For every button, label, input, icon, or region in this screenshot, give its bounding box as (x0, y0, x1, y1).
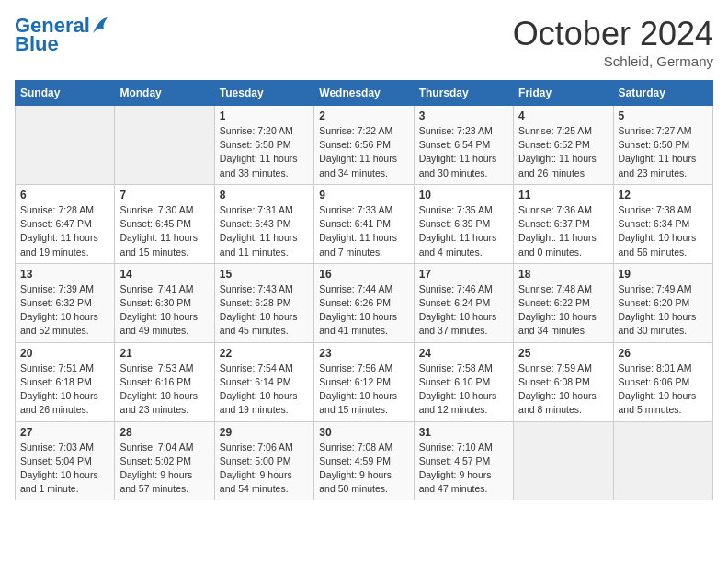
day-info: Sunrise: 7:35 AMSunset: 6:39 PMDaylight:… (419, 204, 497, 258)
day-info: Sunrise: 7:54 AMSunset: 6:14 PMDaylight:… (220, 362, 298, 416)
calendar-day-cell: 11 Sunrise: 7:36 AMSunset: 6:37 PMDaylig… (514, 184, 613, 263)
calendar-day-cell: 28 Sunrise: 7:04 AMSunset: 5:02 PMDaylig… (115, 421, 214, 500)
calendar-day-cell: 30 Sunrise: 7:08 AMSunset: 4:59 PMDaylig… (314, 421, 414, 500)
location-subtitle: Schleid, Germany (513, 53, 713, 69)
day-number: 23 (319, 347, 408, 360)
day-number: 27 (20, 426, 109, 439)
month-year-title: October 2024 (513, 15, 713, 53)
day-info: Sunrise: 7:33 AMSunset: 6:41 PMDaylight:… (319, 204, 397, 258)
day-number: 14 (119, 268, 209, 281)
logo: General Blue (15, 15, 108, 55)
day-info: Sunrise: 7:06 AMSunset: 5:00 PMDaylight:… (220, 442, 293, 495)
calendar-day-cell (16, 106, 115, 185)
day-info: Sunrise: 7:28 AMSunset: 6:47 PMDaylight:… (20, 204, 98, 258)
day-number: 28 (119, 426, 209, 439)
day-info: Sunrise: 7:49 AMSunset: 6:20 PMDaylight:… (619, 283, 697, 337)
title-block: October 2024 Schleid, Germany (513, 15, 713, 69)
day-number: 21 (119, 347, 209, 360)
weekday-header-cell: Sunday (16, 81, 115, 106)
day-number: 3 (419, 109, 508, 122)
weekday-header-cell: Tuesday (214, 81, 313, 106)
calendar-day-cell: 25 Sunrise: 7:59 AMSunset: 6:08 PMDaylig… (514, 342, 613, 421)
calendar-week-row: 6 Sunrise: 7:28 AMSunset: 6:47 PMDayligh… (16, 184, 713, 263)
day-info: Sunrise: 7:41 AMSunset: 6:30 PMDaylight:… (119, 283, 198, 337)
day-info: Sunrise: 7:08 AMSunset: 4:59 PMDaylight:… (319, 442, 392, 495)
calendar-day-cell: 9 Sunrise: 7:33 AMSunset: 6:41 PMDayligh… (314, 184, 414, 263)
day-number: 15 (220, 268, 309, 281)
day-info: Sunrise: 7:25 AMSunset: 6:52 PMDaylight:… (518, 125, 597, 178)
calendar-day-cell: 19 Sunrise: 7:49 AMSunset: 6:20 PMDaylig… (613, 263, 712, 342)
day-number: 19 (619, 268, 708, 281)
weekday-header-row: SundayMondayTuesdayWednesdayThursdayFrid… (16, 81, 713, 106)
calendar-day-cell: 16 Sunrise: 7:44 AMSunset: 6:26 PMDaylig… (314, 263, 414, 342)
day-number: 20 (20, 347, 109, 360)
calendar-week-row: 1 Sunrise: 7:20 AMSunset: 6:58 PMDayligh… (16, 106, 713, 185)
calendar-day-cell (514, 421, 613, 500)
calendar-day-cell: 12 Sunrise: 7:38 AMSunset: 6:34 PMDaylig… (613, 184, 712, 263)
weekday-header-cell: Saturday (613, 81, 712, 106)
day-info: Sunrise: 8:01 AMSunset: 6:06 PMDaylight:… (619, 362, 697, 416)
day-number: 9 (319, 189, 408, 201)
calendar-day-cell: 21 Sunrise: 7:53 AMSunset: 6:16 PMDaylig… (115, 342, 214, 421)
day-info: Sunrise: 7:30 AMSunset: 6:45 PMDaylight:… (119, 204, 198, 258)
calendar-body: 1 Sunrise: 7:20 AMSunset: 6:58 PMDayligh… (16, 106, 713, 500)
day-number: 11 (518, 189, 608, 201)
day-number: 25 (518, 347, 608, 360)
day-number: 10 (419, 189, 508, 201)
calendar-day-cell: 6 Sunrise: 7:28 AMSunset: 6:47 PMDayligh… (16, 184, 115, 263)
day-info: Sunrise: 7:44 AMSunset: 6:26 PMDaylight:… (319, 283, 397, 337)
day-info: Sunrise: 7:04 AMSunset: 5:02 PMDaylight:… (119, 442, 193, 495)
day-info: Sunrise: 7:53 AMSunset: 6:16 PMDaylight:… (119, 362, 198, 416)
calendar-day-cell: 4 Sunrise: 7:25 AMSunset: 6:52 PMDayligh… (514, 106, 613, 185)
calendar-day-cell (613, 421, 712, 500)
calendar-day-cell: 13 Sunrise: 7:39 AMSunset: 6:32 PMDaylig… (16, 263, 115, 342)
day-info: Sunrise: 7:38 AMSunset: 6:34 PMDaylight:… (619, 204, 697, 258)
day-number: 26 (619, 347, 708, 360)
weekday-header-cell: Friday (514, 81, 613, 106)
day-info: Sunrise: 7:36 AMSunset: 6:37 PMDaylight:… (518, 204, 597, 258)
day-info: Sunrise: 7:46 AMSunset: 6:24 PMDaylight:… (419, 283, 497, 337)
day-info: Sunrise: 7:23 AMSunset: 6:54 PMDaylight:… (419, 125, 497, 178)
calendar-day-cell: 10 Sunrise: 7:35 AMSunset: 6:39 PMDaylig… (414, 184, 513, 263)
day-number: 24 (419, 347, 508, 360)
calendar-day-cell: 5 Sunrise: 7:27 AMSunset: 6:50 PMDayligh… (613, 106, 712, 185)
day-number: 2 (319, 109, 408, 122)
day-number: 6 (20, 189, 109, 201)
day-info: Sunrise: 7:20 AMSunset: 6:58 PMDaylight:… (220, 125, 298, 178)
day-number: 4 (518, 109, 608, 122)
weekday-header-cell: Monday (115, 81, 214, 106)
logo-bird-icon (91, 17, 108, 37)
calendar-week-row: 20 Sunrise: 7:51 AMSunset: 6:18 PMDaylig… (16, 342, 713, 421)
weekday-header-cell: Wednesday (314, 81, 414, 106)
calendar-day-cell: 27 Sunrise: 7:03 AMSunset: 5:04 PMDaylig… (16, 421, 115, 500)
calendar-table: SundayMondayTuesdayWednesdayThursdayFrid… (15, 80, 713, 500)
weekday-header-cell: Thursday (414, 81, 513, 106)
day-number: 1 (220, 109, 309, 122)
day-number: 7 (119, 189, 209, 201)
calendar-week-row: 13 Sunrise: 7:39 AMSunset: 6:32 PMDaylig… (16, 263, 713, 342)
calendar-day-cell: 20 Sunrise: 7:51 AMSunset: 6:18 PMDaylig… (16, 342, 115, 421)
calendar-day-cell: 24 Sunrise: 7:58 AMSunset: 6:10 PMDaylig… (414, 342, 513, 421)
day-info: Sunrise: 7:51 AMSunset: 6:18 PMDaylight:… (20, 362, 98, 416)
day-number: 29 (220, 426, 309, 439)
calendar-day-cell: 8 Sunrise: 7:31 AMSunset: 6:43 PMDayligh… (214, 184, 313, 263)
calendar-day-cell: 31 Sunrise: 7:10 AMSunset: 4:57 PMDaylig… (414, 421, 513, 500)
day-number: 30 (319, 426, 408, 439)
day-info: Sunrise: 7:10 AMSunset: 4:57 PMDaylight:… (419, 442, 493, 495)
page-header: General Blue October 2024 Schleid, Germa… (15, 15, 713, 69)
day-info: Sunrise: 7:56 AMSunset: 6:12 PMDaylight:… (319, 362, 397, 416)
calendar-day-cell: 2 Sunrise: 7:22 AMSunset: 6:56 PMDayligh… (314, 106, 414, 185)
calendar-day-cell: 15 Sunrise: 7:43 AMSunset: 6:28 PMDaylig… (214, 263, 313, 342)
calendar-day-cell: 3 Sunrise: 7:23 AMSunset: 6:54 PMDayligh… (414, 106, 513, 185)
day-number: 22 (220, 347, 309, 360)
day-info: Sunrise: 7:27 AMSunset: 6:50 PMDaylight:… (619, 125, 697, 178)
day-info: Sunrise: 7:43 AMSunset: 6:28 PMDaylight:… (220, 283, 298, 337)
day-info: Sunrise: 7:58 AMSunset: 6:10 PMDaylight:… (419, 362, 497, 416)
day-info: Sunrise: 7:22 AMSunset: 6:56 PMDaylight:… (319, 125, 397, 178)
calendar-day-cell: 22 Sunrise: 7:54 AMSunset: 6:14 PMDaylig… (214, 342, 313, 421)
day-number: 8 (220, 189, 309, 201)
day-info: Sunrise: 7:48 AMSunset: 6:22 PMDaylight:… (518, 283, 597, 337)
calendar-day-cell: 1 Sunrise: 7:20 AMSunset: 6:58 PMDayligh… (214, 106, 313, 185)
day-number: 16 (319, 268, 408, 281)
day-number: 12 (619, 189, 708, 201)
